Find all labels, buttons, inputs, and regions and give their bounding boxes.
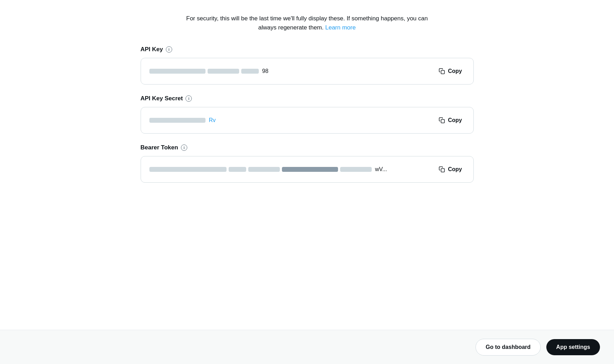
bearer-token-copy-button[interactable]: Copy	[436, 164, 465, 174]
api-key-secret-value: Rv	[149, 117, 436, 123]
learn-more-link[interactable]: Learn more	[325, 24, 356, 31]
api-key-value: 98	[149, 68, 436, 74]
api-key-suffix: 98	[262, 68, 269, 74]
copy-icon-bearer-token	[438, 166, 445, 173]
api-key-box: 98 Copy	[141, 58, 474, 85]
api-key-secret-label: API Key Secret i	[141, 95, 474, 102]
app-settings-button[interactable]: App settings	[546, 339, 600, 355]
footer: Go to dashboard App settings	[0, 330, 614, 364]
bearer-token-info-icon[interactable]: i	[181, 144, 187, 151]
bearer-token-blur-1	[149, 167, 227, 172]
api-key-secret-copy-button[interactable]: Copy	[436, 115, 465, 125]
bearer-token-section: Bearer Token i wV... Copy	[141, 144, 474, 183]
bearer-token-value: wV...	[149, 166, 436, 173]
api-key-secret-suffix: Rv	[209, 117, 216, 123]
copy-icon-api-key	[438, 68, 445, 75]
svg-rect-2	[441, 169, 444, 172]
bearer-token-blur-4	[282, 167, 338, 172]
main-content: For security, this will be the last time…	[0, 0, 614, 326]
bearer-token-label: Bearer Token i	[141, 144, 474, 151]
api-key-secret-section: API Key Secret i Rv Copy	[141, 95, 474, 134]
go-to-dashboard-button[interactable]: Go to dashboard	[475, 339, 541, 356]
api-key-blur-3	[241, 69, 259, 74]
bearer-token-blur-3	[248, 167, 280, 172]
api-key-blur-2	[208, 69, 239, 74]
bearer-token-suffix: wV...	[375, 166, 387, 173]
api-key-blur-1	[149, 69, 205, 74]
security-notice: For security, this will be the last time…	[184, 14, 430, 32]
api-key-label: API Key i	[141, 46, 474, 53]
bearer-token-box: wV... Copy	[141, 156, 474, 183]
copy-icon-api-key-secret	[438, 117, 445, 124]
bearer-token-blur-2	[229, 167, 246, 172]
api-key-section: API Key i 98 Copy	[141, 46, 474, 85]
api-key-secret-blur-1	[149, 118, 205, 123]
api-key-secret-info-icon[interactable]: i	[185, 95, 192, 102]
bearer-token-blur-5	[340, 167, 372, 172]
svg-rect-1	[441, 120, 444, 123]
api-key-secret-box: Rv Copy	[141, 107, 474, 134]
api-key-copy-button[interactable]: Copy	[436, 66, 465, 76]
svg-rect-0	[441, 70, 444, 74]
api-key-info-icon[interactable]: i	[166, 46, 172, 53]
